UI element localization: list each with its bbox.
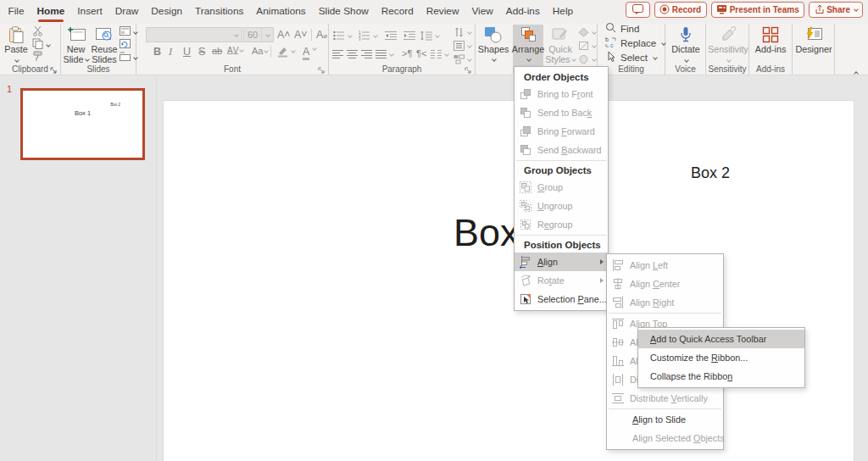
change-case-button[interactable]: Aa: [252, 46, 268, 56]
format-painter-button[interactable]: [32, 52, 43, 64]
slide-canvas[interactable]: Box 1 Box 2: [164, 101, 854, 461]
font-dialog-launcher[interactable]: [318, 65, 326, 73]
tab-transitions[interactable]: Transitions: [189, 0, 250, 24]
align-text-button[interactable]: [453, 40, 471, 52]
new-slide-button[interactable]: NewSlide: [62, 25, 90, 64]
menu-item-regroup[interactable]: Regroup: [515, 215, 608, 234]
menu-item-bring-forward[interactable]: Bring Forward: [515, 122, 608, 141]
convert-to-smartart-button[interactable]: [453, 53, 471, 65]
text-direction-rtl-button[interactable]: ¶<: [416, 47, 426, 59]
strikethrough-button[interactable]: S: [198, 46, 205, 58]
menu-item-align-center[interactable]: Align Center: [607, 275, 723, 293]
tab-home[interactable]: Home: [31, 0, 71, 24]
shapes-button[interactable]: Shapes: [476, 25, 510, 63]
add-ins-button[interactable]: Add-ins: [755, 25, 786, 54]
panel-divider[interactable]: [156, 75, 157, 461]
tab-animations[interactable]: Animations: [250, 0, 312, 24]
clear-formatting-button[interactable]: A⌀: [316, 29, 327, 41]
menu-item-label: Add to Quick Access Toolbar: [650, 334, 766, 344]
shape-effects-button[interactable]: [578, 53, 596, 65]
select-button[interactable]: Select: [605, 52, 657, 64]
designer-button[interactable]: Designer: [797, 25, 831, 54]
text-highlight-button[interactable]: [276, 46, 295, 60]
numbering-button[interactable]: 123: [359, 30, 377, 42]
bold-button[interactable]: B: [153, 46, 161, 58]
increase-indent-button[interactable]: [403, 30, 415, 42]
reset-button[interactable]: [120, 39, 131, 51]
present-in-teams-button[interactable]: Present in Teams: [711, 2, 805, 18]
record-button[interactable]: Record: [654, 2, 707, 18]
text-direction-ltr-button[interactable]: >¶: [402, 47, 412, 59]
font-name-combobox[interactable]: [146, 27, 242, 42]
shape-fill-button[interactable]: [578, 26, 596, 38]
underline-button[interactable]: U: [183, 46, 191, 58]
menu-item-bring-to-front[interactable]: Bring to Front: [515, 85, 608, 103]
share-button[interactable]: Share: [809, 2, 863, 18]
strikethrough2-icon[interactable]: ab: [212, 46, 222, 56]
sensitivity-icon: [720, 25, 737, 44]
menu-item-group[interactable]: Group: [515, 178, 608, 197]
dictate-button[interactable]: Dictate: [670, 25, 701, 63]
slide-thumbnail[interactable]: Box 1 Box 2: [20, 88, 145, 160]
replace-button[interactable]: bcReplace: [605, 37, 665, 49]
tab-slide-show[interactable]: Slide Show: [312, 0, 375, 24]
font-size-combobox[interactable]: 60: [243, 27, 262, 42]
italic-button[interactable]: I: [169, 46, 172, 58]
align-left-button[interactable]: [332, 48, 343, 60]
tab-add-ins[interactable]: Add-ins: [499, 0, 546, 24]
tab-record[interactable]: Record: [375, 0, 420, 24]
slide-box2-text[interactable]: Box 2: [691, 164, 730, 182]
shape-outline-button[interactable]: [578, 40, 596, 52]
menu-item-add-to-quick-access-toolbar[interactable]: Add to Quick Access Toolbar: [638, 330, 804, 348]
font-size-dropdown[interactable]: [262, 27, 274, 42]
menu-item-label: Align to Slide: [632, 414, 686, 425]
paragraph-dialog-launcher[interactable]: [465, 65, 472, 73]
find-label: Find: [620, 24, 639, 34]
menu-separator: [515, 159, 608, 162]
menu-item-distribute-vertically[interactable]: Distribute Vertically: [607, 389, 723, 408]
menu-item-customize-the-ribbon[interactable]: Customize the Ribbon...: [638, 348, 804, 367]
tab-insert[interactable]: Insert: [71, 0, 109, 24]
text-direction-button[interactable]: [453, 26, 471, 38]
section-button[interactable]: [120, 52, 137, 64]
comments-button[interactable]: [626, 2, 650, 18]
copy-button[interactable]: [32, 39, 50, 51]
menu-item-ungroup[interactable]: Ungroup: [515, 197, 608, 215]
justify-button[interactable]: [376, 48, 393, 60]
clipboard-dialog-launcher[interactable]: [50, 65, 58, 73]
tab-help[interactable]: Help: [546, 0, 579, 24]
menu-item-align-to-slide[interactable]: Align to Slide: [607, 410, 723, 429]
decrease-indent-button[interactable]: [385, 30, 397, 42]
layout-button[interactable]: [120, 26, 137, 38]
tab-design[interactable]: Design: [145, 0, 189, 24]
chevron-down-icon: [571, 57, 576, 62]
bullets-button[interactable]: [333, 30, 352, 42]
menu-item-selection-pane[interactable]: Selection Pane...: [515, 290, 608, 308]
menu-item-align-selected-objects[interactable]: Align Selected Objects: [607, 429, 723, 447]
tab-draw[interactable]: Draw: [108, 0, 145, 24]
decrease-font-size-button[interactable]: A˅: [294, 29, 308, 41]
menu-item-send-backward[interactable]: Send Backward: [515, 141, 608, 159]
paste-button[interactable]: Paste: [2, 25, 31, 63]
align-right-button[interactable]: [361, 48, 372, 60]
tab-file[interactable]: File: [2, 0, 31, 24]
sensitivity-button[interactable]: Sensitivity: [707, 25, 749, 63]
menu-item-align-left[interactable]: Align Left: [607, 256, 723, 275]
menu-item-rotate[interactable]: Rotate: [515, 271, 608, 290]
align-center-button[interactable]: [347, 48, 358, 60]
menu-item-align[interactable]: Align: [515, 253, 608, 271]
font-color-button[interactable]: A: [303, 46, 316, 58]
increase-font-size-button[interactable]: A˄: [277, 29, 291, 41]
find-button[interactable]: Find: [605, 23, 639, 35]
menu-item-send-to-back[interactable]: Send to Back: [515, 103, 608, 122]
line-spacing-button[interactable]: [420, 30, 439, 42]
menu-item-collapse-the-ribbon[interactable]: Collapse the Ribbon: [638, 367, 804, 386]
cut-button[interactable]: [32, 26, 43, 38]
quick-styles-button[interactable]: QuickStyles: [545, 25, 576, 64]
character-spacing-button[interactable]: A̲V̲: [227, 46, 243, 55]
menu-item-align-right[interactable]: Align Right: [607, 293, 723, 312]
tab-review[interactable]: Review: [420, 0, 465, 24]
columns-button[interactable]: [431, 48, 448, 60]
reuse-slides-button[interactable]: ReuseSlides: [90, 25, 119, 64]
tab-view[interactable]: View: [465, 0, 499, 24]
